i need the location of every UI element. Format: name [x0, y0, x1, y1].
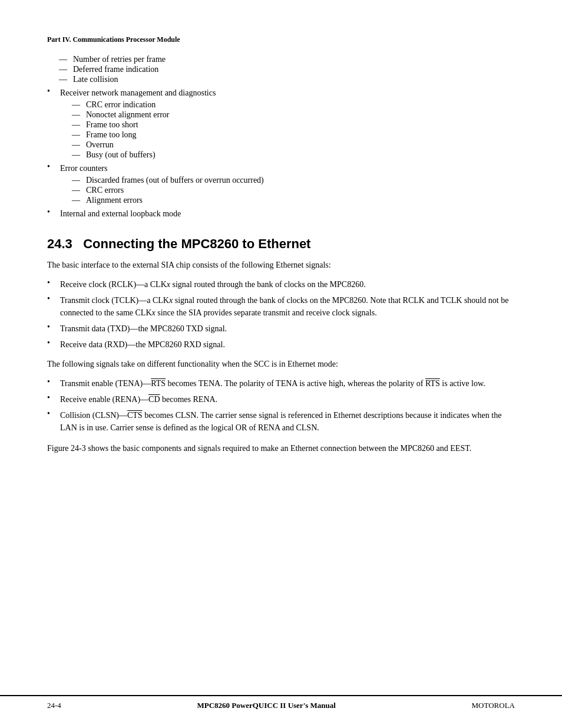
item-text: CRC errors: [86, 186, 124, 195]
ethernet-bullet-list: • Receive clock (RCLK)—a CLKx signal rou…: [47, 278, 515, 351]
following-paragraph: The following signals take on different …: [47, 358, 515, 370]
intro-paragraph: The basic interface to the external SIA …: [47, 259, 515, 271]
list-item: • Receive data (RXD)—the MPC8260 RXD sig…: [47, 338, 515, 351]
list-item: • Transmit clock (TCLK)—a CLKx signal ro…: [47, 294, 515, 319]
section-number: 24.3: [47, 236, 72, 251]
content-area: Part IV. Communications Processor Module…: [47, 35, 515, 681]
overline-cts: CTS: [127, 411, 143, 420]
bullet-icon: •: [47, 162, 58, 172]
dash-icon: —: [72, 196, 84, 205]
dash-icon: —: [72, 186, 84, 195]
list-item: • Receiver network management and diagno…: [47, 87, 515, 161]
item-text: Busy (out of buffers): [86, 150, 156, 160]
bullet-icon: •: [47, 377, 58, 387]
dash-icon: —: [59, 75, 71, 84]
bullet-content: Receive data (RXD)—the MPC8260 RXD signa…: [60, 338, 225, 351]
list-item: — CRC errors: [60, 186, 264, 195]
italic-text: x: [152, 308, 156, 317]
dash-icon: —: [59, 65, 71, 74]
item-text: Frame too long: [86, 130, 137, 140]
bullet-content: Receive clock (RCLK)—a CLKx signal route…: [60, 278, 366, 291]
bullet-icon: •: [47, 294, 58, 304]
bullet-label: Error counters: [60, 164, 107, 173]
overline-cd: CD: [148, 395, 160, 404]
bullet-content: Receive enable (RENA)—CD becomes RENA.: [60, 393, 217, 406]
list-item: — Deferred frame indication: [47, 65, 515, 74]
item-text: Overrun: [86, 140, 114, 150]
bullet-content: Transmit enable (TENA)—RTS becomes TENA.…: [60, 377, 485, 390]
item-text: CRC error indication: [86, 100, 156, 110]
bullet-content: Transmit data (TXD)—the MPC8260 TXD sign…: [60, 322, 227, 335]
dash-icon: —: [72, 130, 84, 140]
bullet-icon: •: [47, 409, 58, 419]
item-text: Number of retries per frame: [73, 55, 166, 64]
list-item: • Receive enable (RENA)—CD becomes RENA.: [47, 393, 515, 406]
bullet-content: Error counters — Discarded frames (out o…: [60, 162, 264, 206]
dash-icon: —: [72, 140, 84, 150]
dash-icon: —: [72, 120, 84, 130]
bullet-label: Internal and external loopback mode: [60, 209, 181, 218]
list-item: • Collision (CLSN)—CTS becomes CLSN. The…: [47, 409, 515, 434]
section-title: 24.3 Connecting the MPC8260 to Ethernet: [47, 236, 515, 252]
footer-brand: MOTOROLA: [472, 701, 515, 710]
section-name: Connecting the MPC8260 to Ethernet: [83, 236, 310, 251]
list-item: • Transmit data (TXD)—the MPC8260 TXD si…: [47, 322, 515, 335]
list-item: — Frame too long: [60, 130, 216, 140]
dash-icon: —: [72, 150, 84, 160]
list-item: — Busy (out of buffers): [60, 150, 216, 160]
item-text: Deferred frame indication: [73, 65, 158, 74]
item-text: Late collision: [73, 75, 118, 84]
list-item: • Transmit enable (TENA)—RTS becomes TEN…: [47, 377, 515, 390]
list-item: — Overrun: [60, 140, 216, 150]
dash-icon: —: [72, 110, 84, 120]
bullet-label: Receiver network management and diagnost…: [60, 88, 216, 97]
bullet-content: Receiver network management and diagnost…: [60, 87, 216, 161]
dash-icon: —: [72, 176, 84, 185]
sub-list: — CRC error indication — Nonoctet alignm…: [60, 100, 216, 160]
list-item: — Late collision: [47, 75, 515, 84]
item-text: Nonoctet alignment error: [86, 110, 170, 120]
bullet-content: Internal and external loopback mode: [60, 207, 181, 220]
dash-icon: —: [72, 100, 84, 110]
overline-rts2: RTS: [425, 379, 440, 388]
page: Part IV. Communications Processor Module…: [0, 0, 562, 728]
bullet-content: Transmit clock (TCLK)—a CLKx signal rout…: [60, 294, 515, 319]
bullet-icon: •: [47, 207, 58, 217]
footer-page-number: 24-4: [47, 701, 61, 710]
list-item: — CRC error indication: [60, 100, 216, 110]
bullet-content: Collision (CLSN)—CTS becomes CLSN. The c…: [60, 409, 515, 434]
bullet-icon: •: [47, 338, 58, 348]
page-footer: 24-4 MPC8260 PowerQUICC II User's Manual…: [0, 695, 562, 710]
bullet-icon: •: [47, 87, 58, 96]
figure-paragraph: Figure 24-3 shows the basic components a…: [47, 442, 515, 454]
sub-list: — Discarded frames (out of buffers or ov…: [60, 176, 264, 205]
list-item: — Discarded frames (out of buffers or ov…: [60, 176, 264, 185]
signal-bullet-list: • Transmit enable (TENA)—RTS becomes TEN…: [47, 377, 515, 434]
list-item: — Number of retries per frame: [47, 55, 515, 64]
bullet-icon: •: [47, 393, 58, 403]
intro-dash-list: — Number of retries per frame — Deferred…: [47, 55, 515, 84]
list-item: — Nonoctet alignment error: [60, 110, 216, 120]
dash-icon: —: [59, 55, 71, 64]
main-bullet-list: • Receiver network management and diagno…: [47, 87, 515, 220]
part-header: Part IV. Communications Processor Module: [47, 35, 515, 44]
list-item: • Internal and external loopback mode: [47, 207, 515, 220]
list-item: — Alignment errors: [60, 196, 264, 205]
italic-text: x: [167, 280, 170, 289]
list-item: • Receive clock (RCLK)—a CLKx signal rou…: [47, 278, 515, 291]
bullet-icon: •: [47, 322, 58, 332]
item-text: Frame too short: [86, 120, 138, 130]
italic-text: x: [169, 296, 173, 305]
item-text: Discarded frames (out of buffers or over…: [86, 176, 264, 185]
list-item: • Error counters — Discarded frames (out…: [47, 162, 515, 206]
footer-title: MPC8260 PowerQUICC II User's Manual: [197, 701, 335, 710]
item-text: Alignment errors: [86, 196, 143, 205]
list-item: — Frame too short: [60, 120, 216, 130]
bullet-icon: •: [47, 278, 58, 288]
overline-rts: RTS: [151, 379, 166, 388]
